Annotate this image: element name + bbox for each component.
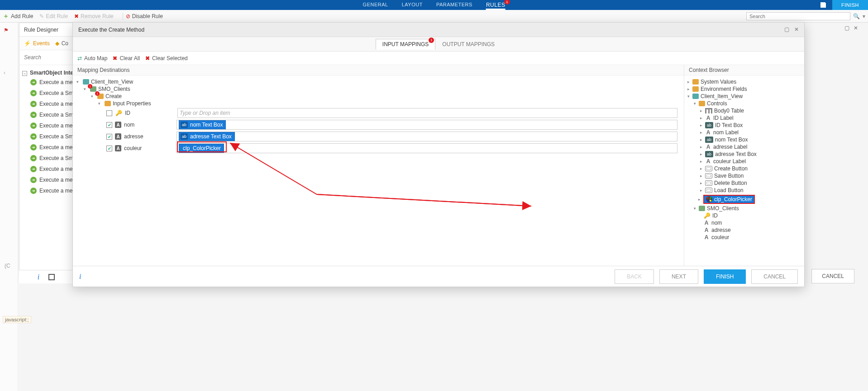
ctx-body0[interactable]: Body0 Table bbox=[714, 108, 744, 114]
ctx-smo-couleur[interactable]: couleur bbox=[711, 234, 729, 240]
view-node[interactable]: Client_Item_View bbox=[91, 79, 133, 85]
checkbox-couleur[interactable] bbox=[106, 146, 112, 151]
ctx-colorpicker-highlighted[interactable]: clp_ColorPicker bbox=[703, 195, 755, 204]
ctx-nom-label[interactable]: nom Label bbox=[713, 129, 739, 136]
caret-icon[interactable]: ▸ bbox=[699, 116, 703, 120]
label-icon: A bbox=[705, 129, 711, 136]
ctx-smo[interactable]: SMO_Clients bbox=[707, 205, 739, 212]
auto-map-label: Auto Map bbox=[84, 55, 107, 61]
ctx-smo-nom[interactable]: nom bbox=[711, 220, 722, 226]
pill-adresse-textbox[interactable]: ab adresse Text Box bbox=[179, 132, 235, 141]
ctx-create-btn[interactable]: Create Button bbox=[714, 165, 748, 172]
caret-icon[interactable]: ▸ bbox=[686, 87, 691, 91]
caret-icon[interactable]: ▸ bbox=[699, 152, 703, 156]
disable-rule-button[interactable]: ⊘ Disable Rule bbox=[126, 13, 163, 19]
checkbox-adresse[interactable] bbox=[106, 134, 112, 140]
outer-maximize-icon[interactable]: ▢ bbox=[844, 25, 850, 31]
tab-events-label: Events bbox=[33, 40, 50, 47]
method-node[interactable]: Create bbox=[105, 93, 122, 99]
ctx-smo-adresse[interactable]: adresse bbox=[711, 227, 731, 233]
caret-icon[interactable]: ▸ bbox=[699, 159, 703, 164]
tab-events[interactable]: ⚡ Events bbox=[24, 40, 50, 47]
field-id-dropzone[interactable]: Type or Drop an item bbox=[177, 108, 677, 118]
ctx-controls[interactable]: Controls bbox=[707, 100, 727, 107]
caret-icon[interactable]: ▸ bbox=[697, 197, 701, 202]
rules-search-input[interactable] bbox=[746, 12, 850, 20]
save-icon[interactable] bbox=[814, 0, 832, 10]
collapse-icon[interactable]: ‹ bbox=[0, 38, 18, 108]
pill-nom-textbox[interactable]: ab nom Text Box bbox=[179, 120, 226, 129]
ctx-load-btn[interactable]: Load Button bbox=[714, 187, 744, 193]
checkbox-icon[interactable] bbox=[48, 274, 55, 280]
arrow-right-icon: ➜ bbox=[30, 133, 37, 140]
caret-icon[interactable]: ▸ bbox=[686, 80, 691, 84]
ctx-save-btn[interactable]: Save Button bbox=[714, 173, 744, 179]
context-browser-panel: Context Browser ▸System Values ▸Environm… bbox=[684, 65, 804, 266]
edit-rule-label: Edit Rule bbox=[46, 13, 68, 19]
info-icon[interactable]: i bbox=[79, 273, 81, 281]
dialog-close-icon[interactable]: ✕ bbox=[793, 26, 800, 33]
ctx-system-values[interactable]: System Values bbox=[701, 79, 736, 85]
filter-icon[interactable]: ▾ bbox=[863, 13, 865, 19]
caret-icon[interactable]: ▸ bbox=[699, 123, 703, 127]
caret-icon[interactable]: ▸ bbox=[699, 130, 703, 135]
outer-cancel-button[interactable]: CANCEL bbox=[811, 269, 854, 283]
next-button[interactable]: NEXT bbox=[659, 269, 698, 284]
text-type-icon: A bbox=[703, 227, 710, 233]
ctx-couleur-label[interactable]: couleur Label bbox=[713, 158, 746, 165]
search-icon[interactable]: 🔍 bbox=[853, 13, 860, 19]
caret-icon[interactable]: ▾ bbox=[686, 94, 691, 99]
nav-parameters[interactable]: PARAMETERS bbox=[436, 2, 472, 8]
finish-top-button[interactable]: FINISH bbox=[832, 0, 868, 10]
outer-close-icon[interactable]: ✕ bbox=[853, 25, 859, 31]
tab-output-mappings[interactable]: OUTPUT MAPPINGS bbox=[435, 39, 501, 50]
caret-icon[interactable]: ▸ bbox=[699, 181, 703, 185]
ctx-view[interactable]: Client_Item_View bbox=[701, 93, 743, 99]
smo-node[interactable]: SMO_Clients bbox=[98, 86, 130, 92]
input-props-node[interactable]: Input Properties bbox=[113, 100, 151, 107]
tree-toggle[interactable]: − bbox=[22, 71, 27, 76]
field-adresse-dropzone[interactable]: ab adresse Text Box bbox=[176, 132, 677, 141]
dialog-maximize-icon[interactable]: ▢ bbox=[783, 26, 790, 33]
caret-icon[interactable]: ▾ bbox=[692, 206, 697, 211]
arrow-right-icon: ➜ bbox=[30, 90, 37, 96]
caret-icon[interactable]: ▸ bbox=[699, 108, 703, 113]
cancel-button[interactable]: CANCEL bbox=[751, 269, 798, 284]
tab-input-mappings[interactable]: INPUT MAPPINGS 1 bbox=[376, 39, 435, 50]
caret-icon[interactable]: ▾ bbox=[84, 87, 88, 91]
clear-selected-button[interactable]: ✖ Clear Selected bbox=[145, 55, 188, 61]
caret-icon[interactable]: ▸ bbox=[699, 166, 703, 171]
auto-map-button[interactable]: ⇄ Auto Map bbox=[77, 55, 107, 61]
nav-general[interactable]: GENERAL bbox=[363, 2, 388, 8]
caret-icon[interactable]: ▸ bbox=[699, 188, 703, 193]
ctx-smo-id[interactable]: ID bbox=[712, 212, 718, 219]
clear-all-button[interactable]: ✖ Clear All bbox=[113, 55, 140, 61]
nav-layout[interactable]: LAYOUT bbox=[402, 2, 423, 8]
finish-button[interactable]: FINISH bbox=[704, 269, 746, 284]
ctx-id-text[interactable]: ID Text Box bbox=[715, 122, 743, 128]
caret-icon[interactable]: ▾ bbox=[76, 80, 81, 84]
pill-adresse-label: adresse Text Box bbox=[190, 133, 232, 140]
caret-icon[interactable]: ▾ bbox=[692, 101, 697, 106]
caret-icon[interactable]: ▸ bbox=[699, 174, 703, 178]
checkbox-id[interactable] bbox=[106, 110, 112, 116]
caret-icon[interactable]: ▸ bbox=[699, 145, 703, 149]
field-couleur-dropzone[interactable]: clp_ColorPicker bbox=[176, 143, 677, 153]
field-nom-dropzone[interactable]: ab nom Text Box bbox=[176, 120, 677, 130]
info-icon[interactable]: i bbox=[38, 273, 39, 281]
ctx-delete-btn[interactable]: Delete Button bbox=[714, 180, 747, 186]
caret-icon[interactable]: ▸ bbox=[699, 137, 703, 142]
ctx-adresse-text[interactable]: adresse Text Box bbox=[715, 151, 757, 157]
nav-rules[interactable]: RULES 1 bbox=[486, 2, 506, 8]
ctx-colorpicker-label: clp_ColorPicker bbox=[714, 196, 752, 203]
ctx-id-label[interactable]: ID Label bbox=[713, 115, 734, 121]
caret-icon[interactable]: ▾ bbox=[91, 94, 95, 99]
ctx-adresse-label[interactable]: adresse Label bbox=[713, 144, 747, 150]
text-type-icon: A bbox=[115, 122, 121, 128]
ctx-env-fields[interactable]: Environment Fields bbox=[701, 86, 747, 92]
add-rule-button[interactable]: ＋ Add Rule bbox=[3, 12, 33, 20]
checkbox-nom[interactable] bbox=[106, 122, 112, 128]
caret-icon[interactable]: ▾ bbox=[98, 101, 103, 106]
ctx-nom-text[interactable]: nom Text Box bbox=[715, 137, 748, 143]
tab-conditions[interactable]: ◆ Co bbox=[55, 40, 68, 47]
